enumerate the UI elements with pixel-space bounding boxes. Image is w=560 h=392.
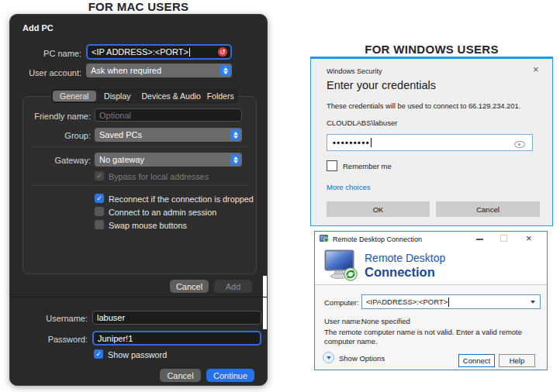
text-caret [189, 48, 190, 57]
chevron-down-icon[interactable] [531, 301, 535, 304]
warning-text: The remote computer name is not valid. E… [324, 328, 538, 346]
user-name-value: None specified [361, 317, 410, 325]
friendly-name-placeholder: Optional [99, 111, 131, 120]
app-icon [320, 235, 328, 242]
continue-button[interactable]: Continue [206, 369, 254, 382]
pc-name-label: PC name: [10, 49, 81, 58]
swap-mouse-checkbox-label: Swap mouse buttons [109, 221, 187, 230]
dialog-title: Remote Desktop Connection [333, 236, 422, 243]
user-name-label: User name: [324, 317, 362, 325]
text-caret [448, 297, 449, 307]
show-password-checkbox[interactable]: ✓ [94, 349, 103, 359]
more-choices-link[interactable]: More choices [327, 183, 371, 191]
password-value: Juniper!1 [98, 334, 133, 343]
stepper-icon[interactable] [220, 65, 230, 76]
general-tab-panel: Friendly name: Optional Group: Saved PCs… [22, 96, 257, 274]
close-icon[interactable]: × [533, 64, 539, 75]
bypass-checkbox: ✓ [95, 171, 104, 181]
password-input[interactable]: ••••••••• [327, 134, 533, 151]
cancel-button[interactable]: Cancel [436, 201, 540, 217]
group-value: Saved PCs [99, 130, 142, 139]
separator [31, 146, 250, 147]
gateway-value: No gateway [99, 155, 144, 164]
domain-username-text: CLOUDLABS\labuser [327, 119, 397, 127]
add-button[interactable]: Add [214, 280, 252, 293]
tab-devices-audio[interactable]: Devices & Audio [138, 90, 204, 102]
minimize-icon[interactable] [476, 239, 483, 240]
friendly-name-label: Friendly name: [23, 112, 91, 121]
windows-security-dialog: Windows Security × Enter your credential… [310, 57, 553, 226]
reconnect-checkbox[interactable]: ✓ [95, 194, 104, 203]
username-label: Username: [10, 314, 88, 323]
username-value: labuser [97, 313, 125, 322]
group-dropdown[interactable]: Saved PCs [95, 128, 242, 142]
computer-label: Computer: [324, 298, 358, 307]
ok-button[interactable]: OK [327, 201, 430, 217]
friendly-name-input[interactable]: Optional [95, 108, 242, 122]
tab-bar: General Display Devices & Audio Folders [51, 89, 237, 103]
remote-desktop-connection-dialog: Remote Desktop Connection × [314, 231, 548, 370]
tab-folders[interactable]: Folders [204, 90, 237, 102]
connect-button[interactable]: Connect [458, 354, 495, 367]
remote-desktop-logo-icon [324, 249, 360, 282]
password-label: Password: [10, 335, 88, 344]
computer-combobox[interactable]: <IPADDRESS>:<PORT> [361, 294, 541, 309]
text-caret [371, 138, 372, 147]
mac-add-pc-window: Add PC PC name: <IP ADDRESS>:<PORT> ↺ Us… [9, 14, 268, 386]
screenshot-canvas: FOR MAC USERS FOR WINDOWS USERS Add PC P… [0, 0, 560, 392]
group-label: Group: [23, 131, 91, 140]
cancel-button[interactable]: Cancel [170, 280, 209, 293]
separator [31, 185, 250, 186]
gateway-label: Gateway: [23, 156, 91, 165]
pc-name-error-icon[interactable]: ↺ [218, 47, 227, 57]
gateway-dropdown[interactable]: No gateway [95, 153, 242, 167]
computer-value: <IPADDRESS>:<PORT> [366, 297, 448, 306]
stepper-icon[interactable] [230, 154, 240, 165]
chevron-down-icon[interactable] [323, 352, 334, 363]
help-button[interactable]: Help [499, 354, 535, 367]
scrollbar[interactable] [263, 276, 268, 329]
remember-me-label: Remember me [343, 162, 392, 170]
stepper-icon[interactable] [230, 129, 240, 140]
logo-text-line2: Connection [365, 265, 435, 280]
window-title: Add PC [22, 23, 54, 33]
rdc-banner: Remote Desktop Connection [315, 246, 547, 285]
username-input[interactable]: labuser [92, 311, 261, 325]
user-account-dropdown[interactable]: Ask when required [86, 64, 232, 77]
maximize-icon [500, 235, 507, 242]
password-dots: ••••••••• [333, 138, 370, 147]
logo-text-line1: Remote Desktop [365, 252, 445, 264]
reconnect-checkbox-label: Reconnect if the connection is dropped [109, 194, 254, 204]
reveal-password-icon[interactable] [514, 141, 525, 148]
pc-name-value: <IP ADDRESS>:<PORT> [92, 47, 188, 57]
admin-session-checkbox-label: Connect to an admin session [109, 208, 216, 217]
user-account-value: Ask when required [91, 66, 161, 75]
remember-me-checkbox[interactable] [327, 160, 337, 171]
swap-mouse-checkbox[interactable] [95, 220, 104, 229]
show-options-link[interactable]: Show Options [339, 354, 385, 363]
user-account-label: User account: [10, 68, 81, 77]
password-input[interactable]: Juniper!1 [92, 331, 261, 346]
close-icon[interactable]: × [526, 232, 532, 244]
admin-session-checkbox[interactable] [95, 207, 104, 216]
tab-general[interactable]: General [53, 91, 96, 101]
mac-section-heading: FOR MAC USERS [9, 0, 268, 15]
cancel-button[interactable]: Cancel [160, 369, 201, 382]
credentials-description: These credentials will be used to connec… [327, 102, 520, 110]
sheet-divider [10, 297, 268, 297]
credentials-heading: Enter your credentials [327, 79, 436, 91]
tab-display[interactable]: Display [97, 90, 139, 102]
titlebar: Remote Desktop Connection × [315, 232, 547, 246]
windows-section-heading: FOR WINDOWS USERS [310, 43, 553, 58]
bypass-checkbox-label: Bypass for local addresses [109, 172, 209, 181]
dialog-title: Windows Security [327, 67, 382, 75]
show-password-label: Show password [108, 350, 167, 359]
pc-name-input[interactable]: <IP ADDRESS>:<PORT> ↺ [86, 44, 232, 60]
